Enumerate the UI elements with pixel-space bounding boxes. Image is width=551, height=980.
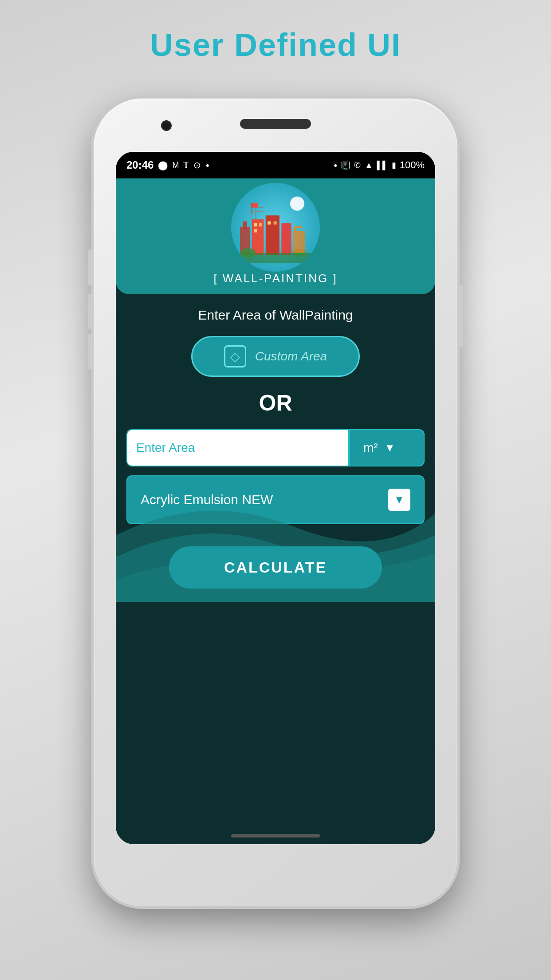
app-header: [ WALL-PAINTING ] — [116, 178, 435, 294]
speaker-icon — [240, 119, 311, 129]
twitter-icon: 𝕋 — [183, 160, 189, 170]
wifi-icon: ▲ — [364, 160, 373, 170]
vibrate-icon: 📳 — [341, 160, 350, 170]
status-bar-left: 20:46 ⬤ M 𝕋 ⊙ ● — [126, 159, 209, 171]
svg-rect-16 — [274, 221, 277, 225]
whatsapp-icon: ⬤ — [158, 160, 168, 170]
calculate-button[interactable]: CALCULATE — [169, 546, 382, 589]
page-title: User Defined UI — [150, 27, 401, 63]
phone-screen: 20:46 ⬤ M 𝕋 ⊙ ● ● 📳 ✆ ▲ ▌▌ ▮ 100% — [116, 152, 435, 844]
svg-rect-15 — [268, 221, 271, 225]
illustration-container — [222, 187, 329, 267]
svg-rect-5 — [281, 223, 291, 255]
svg-rect-12 — [254, 223, 257, 226]
svg-rect-14 — [254, 229, 257, 232]
custom-area-button[interactable]: Custom Area — [191, 336, 360, 377]
battery-icon: ▮ — [392, 160, 396, 170]
status-bar-right: ● 📳 ✆ ▲ ▌▌ ▮ 100% — [334, 159, 425, 171]
signal-icon: ▌▌ — [377, 161, 388, 170]
phone-mockup: 20:46 ⬤ M 𝕋 ⊙ ● ● 📳 ✆ ▲ ▌▌ ▮ 100% — [94, 99, 457, 942]
phone-shell: 20:46 ⬤ M 𝕋 ⊙ ● ● 📳 ✆ ▲ ▌▌ ▮ 100% — [94, 99, 457, 906]
svg-rect-2 — [243, 221, 247, 229]
status-bar: 20:46 ⬤ M 𝕋 ⊙ ● ● 📳 ✆ ▲ ▌▌ ▮ 100% — [116, 152, 435, 178]
svg-rect-21 — [295, 227, 296, 233]
front-camera-icon — [162, 122, 170, 130]
status-time: 20:46 — [126, 159, 153, 171]
call-icon: ✆ — [354, 160, 361, 170]
app-content: Enter Area of WallPainting Custom Area O… — [116, 294, 435, 602]
status-dot-icon: ● — [205, 162, 209, 169]
battery-percent: 100% — [400, 159, 425, 171]
svg-rect-10 — [251, 203, 258, 208]
or-divider: OR — [259, 390, 292, 416]
svg-rect-13 — [259, 223, 262, 226]
phone-notch — [94, 99, 457, 152]
svg-point-0 — [290, 197, 304, 211]
instagram-icon: ⊙ — [193, 160, 201, 170]
gmail-icon: M — [172, 161, 179, 170]
home-indicator — [231, 834, 320, 838]
svg-rect-22 — [295, 226, 303, 228]
city-svg — [236, 192, 315, 263]
app-title-label: [ WALL-PAINTING ] — [213, 272, 337, 285]
enter-area-label: Enter Area of WallPainting — [198, 308, 353, 323]
svg-point-18 — [240, 248, 256, 257]
custom-area-label: Custom Area — [255, 349, 327, 364]
illustration-bg — [231, 183, 320, 272]
svg-rect-20 — [293, 231, 305, 253]
dot-status-icon: ● — [334, 162, 337, 169]
custom-area-icon — [224, 345, 246, 368]
